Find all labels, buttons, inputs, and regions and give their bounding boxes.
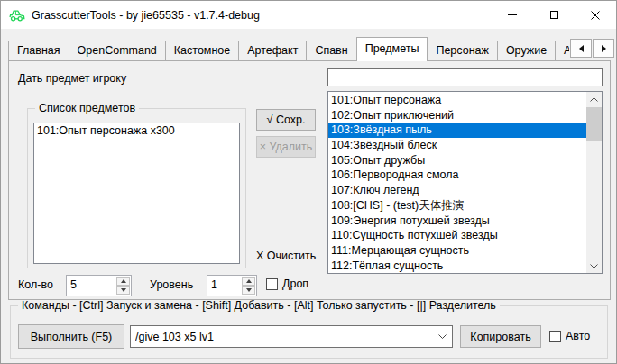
saved-list-item[interactable]: 101:Опыт персонажа x300 xyxy=(34,123,239,139)
window-controls xyxy=(492,1,616,29)
saved-items-group-title: Список предметов xyxy=(35,102,139,114)
give-item-label: Дать предмет игроку xyxy=(18,72,126,85)
list-item[interactable]: 102:Опыт приключений xyxy=(328,108,586,123)
maximize-icon xyxy=(550,11,558,19)
combo-dropdown-button[interactable] xyxy=(433,326,452,347)
list-item[interactable]: 106:Первородная смола xyxy=(328,168,586,183)
copy-button[interactable]: Копировать xyxy=(460,325,541,348)
checkbox-box-icon[interactable] xyxy=(549,331,561,342)
count-label: Кол-во xyxy=(18,278,53,291)
list-item[interactable]: 108:[CHS] - (test)天体推演 xyxy=(328,198,586,214)
up-arrow-icon xyxy=(121,279,126,283)
app-icon xyxy=(8,8,26,23)
auto-checkbox-label: Авто xyxy=(566,330,590,342)
tab-artifact[interactable]: Артефакт xyxy=(238,41,307,61)
command-input[interactable] xyxy=(131,326,433,347)
down-arrow-icon xyxy=(246,288,252,292)
list-item-selected[interactable]: 103:Звёздная пыль xyxy=(328,123,586,138)
list-item[interactable]: 107:Ключ легенд xyxy=(328,183,586,198)
down-arrow-icon xyxy=(121,288,126,292)
app-window: GrasscutterTools - by jie65535 - v1.7.4-… xyxy=(0,0,617,364)
tab-opencommand[interactable]: OpenCommand xyxy=(69,41,166,61)
clear-button[interactable]: X Очистить xyxy=(256,250,316,262)
level-value[interactable]: 1 xyxy=(211,278,217,291)
tab-items[interactable]: Предметы xyxy=(356,37,428,61)
scrollbar-down-button[interactable] xyxy=(586,259,602,273)
chevron-down-icon xyxy=(590,264,598,268)
chevron-down-icon xyxy=(438,334,447,339)
tab-custom[interactable]: Кастомное xyxy=(165,41,239,61)
list-item[interactable]: 109:Энергия потухшей звезды xyxy=(328,214,586,229)
count-value[interactable]: 5 xyxy=(70,278,77,291)
auto-checkbox[interactable]: Авто xyxy=(549,330,590,342)
close-icon xyxy=(591,11,600,20)
drop-checkbox-label: Дроп xyxy=(282,278,308,290)
level-spinner-up-button[interactable] xyxy=(242,277,255,286)
list-item[interactable]: 110:Сущность потухшей звезды xyxy=(328,228,586,243)
list-item[interactable]: 111:Мерцающая сущность xyxy=(328,243,586,259)
item-search-input[interactable] xyxy=(327,68,603,86)
commands-group: Команды - [Ctrl] Запуск и замена - [Shif… xyxy=(10,305,608,359)
tab-spawn[interactable]: Спавн xyxy=(306,41,356,61)
close-button[interactable] xyxy=(575,1,616,29)
tab-page-items: Дать предмет игроку Список предметов 101… xyxy=(8,60,611,300)
list-item[interactable]: 104:Звёздный блеск xyxy=(328,138,586,153)
minimize-icon xyxy=(508,14,517,15)
maximize-button[interactable] xyxy=(533,1,575,29)
list-item[interactable]: 105:Опыт дружбы xyxy=(328,153,586,168)
minimize-button[interactable] xyxy=(492,1,533,29)
save-button[interactable]: √ Сохр. xyxy=(256,109,316,131)
tab-character[interactable]: Персонаж xyxy=(427,41,497,61)
level-label: Уровень xyxy=(150,278,193,291)
run-button[interactable]: Выполнить (F5) xyxy=(18,324,124,349)
tab-weapon[interactable]: Оружие xyxy=(497,41,556,61)
tab-bar: Главная OpenCommand Кастомное Артефакт С… xyxy=(8,37,569,61)
command-combobox[interactable] xyxy=(130,325,453,348)
tab-home[interactable]: Главная xyxy=(8,41,69,61)
delete-button[interactable]: × Удалить xyxy=(256,136,316,158)
up-arrow-icon xyxy=(246,279,252,283)
chevron-up-icon xyxy=(590,97,598,102)
saved-items-list[interactable]: 101:Опыт персонажа x300 xyxy=(33,123,240,264)
scrollbar-thumb[interactable] xyxy=(586,107,602,141)
checkbox-box-icon[interactable] xyxy=(266,278,278,290)
left-arrow-icon xyxy=(579,45,584,52)
drop-checkbox[interactable]: Дроп xyxy=(266,278,308,290)
item-catalog-list: 101:Опыт персонажа 102:Опыт приключений … xyxy=(327,91,603,274)
list-item[interactable]: 101:Опыт персонажа xyxy=(328,93,586,108)
right-arrow-icon xyxy=(602,45,606,52)
tab-account[interactable]: Аккаунт xyxy=(555,41,569,61)
saved-items-group: Список предметов 101:Опыт персонажа x300 xyxy=(27,108,246,268)
tab-scroll-right-button[interactable] xyxy=(593,39,614,58)
list-item[interactable]: 112:Тёплая сущность xyxy=(328,259,586,274)
count-spinner-down-button[interactable] xyxy=(116,286,130,295)
count-spinner[interactable]: 5 xyxy=(66,275,132,296)
tab-scroll-left-button[interactable] xyxy=(570,39,592,58)
level-spinner[interactable]: 1 xyxy=(207,275,257,296)
titlebar: GrasscutterTools - by jie65535 - v1.7.4-… xyxy=(1,1,616,29)
tab-scroll-buttons xyxy=(569,39,614,58)
catalog-scrollbar[interactable] xyxy=(586,92,602,273)
window-title: GrasscutterTools - by jie65535 - v1.7.4-… xyxy=(32,9,260,22)
count-spinner-up-button[interactable] xyxy=(116,277,130,286)
level-spinner-down-button[interactable] xyxy=(242,286,255,295)
scrollbar-up-button[interactable] xyxy=(586,92,602,106)
commands-group-title: Команды - [Ctrl] Запуск и замена - [Shif… xyxy=(18,299,500,312)
